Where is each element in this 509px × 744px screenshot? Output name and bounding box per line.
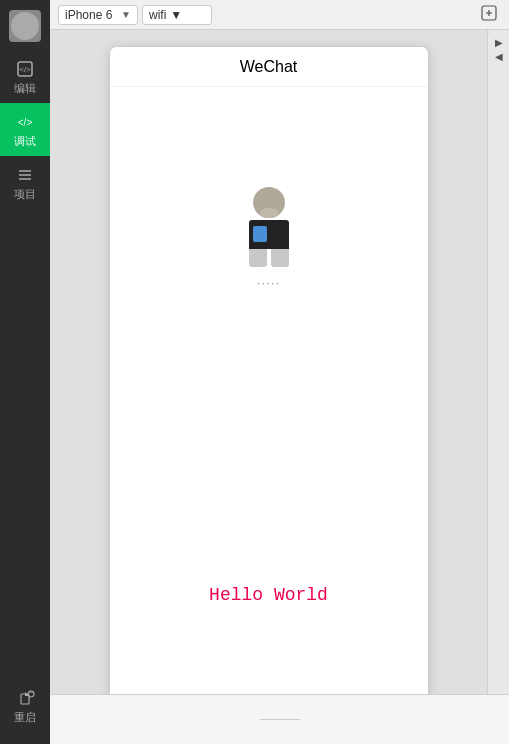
restart-icon — [14, 687, 36, 709]
sidebar-item-edit-label: 编辑 — [14, 82, 36, 95]
avatar-image — [11, 12, 39, 40]
sidebar-item-edit[interactable]: </> 编辑 — [0, 50, 50, 103]
sidebar-bottom: 重启 — [0, 679, 50, 744]
sidebar-item-restart[interactable]: 重启 — [0, 679, 50, 732]
network-label: wifi — [149, 8, 166, 22]
device-selector[interactable]: iPhone 6 ▼ — [58, 5, 138, 25]
avatar-figure — [239, 187, 299, 267]
sidebar-item-restart-label: 重启 — [14, 711, 36, 724]
device-dropdown-arrow: ▼ — [121, 9, 131, 20]
phone-frame-container: WeChat — [50, 30, 487, 694]
sidebar-item-project-label: 项目 — [14, 188, 36, 201]
sidebar-item-debug-label: 调试 — [14, 135, 36, 148]
right-panel: ▶ ◀ — [487, 30, 509, 694]
avatar — [9, 10, 41, 42]
avatar-legs — [249, 249, 289, 267]
phone-app-title: WeChat — [240, 58, 298, 76]
toolbar-right — [477, 3, 501, 26]
project-icon — [14, 164, 36, 186]
hello-world-text: Hello World — [209, 585, 328, 605]
play-button[interactable]: ▶ — [495, 38, 503, 48]
phone-body: ····· Hello World — [110, 87, 428, 694]
avatar-head — [253, 187, 285, 218]
device-label: iPhone 6 — [65, 8, 112, 22]
toolbar: iPhone 6 ▼ wifi ▼ — [50, 0, 509, 30]
sidebar: </> 编辑 </> 调试 项目 — [0, 0, 50, 744]
avatar-name: ····· — [257, 275, 280, 290]
bottom-bar — [50, 694, 509, 744]
toolbar-action-btn[interactable] — [477, 3, 501, 26]
phone-title-bar: WeChat — [110, 47, 428, 87]
debug-icon: </> — [14, 111, 36, 133]
sidebar-item-project[interactable]: 项目 — [0, 156, 50, 209]
svg-text:</>: </> — [19, 65, 31, 74]
edit-icon: </> — [14, 58, 36, 80]
avatar-leg-left — [249, 249, 267, 267]
back-button[interactable]: ◀ — [495, 52, 503, 62]
main-area: iPhone 6 ▼ wifi ▼ WeChat — [50, 0, 509, 744]
phone-screen: WeChat — [110, 47, 428, 694]
avatar-section: ····· — [239, 187, 299, 290]
bottom-divider — [260, 719, 300, 720]
sidebar-item-debug[interactable]: </> 调试 — [0, 103, 50, 156]
svg-text:</>: </> — [18, 117, 33, 128]
phone-frame: WeChat — [109, 46, 429, 694]
content-area: WeChat — [50, 30, 509, 694]
avatar-leg-right — [271, 249, 289, 267]
network-dropdown-arrow: ▼ — [170, 8, 182, 22]
network-selector[interactable]: wifi ▼ — [142, 5, 212, 25]
avatar-body — [249, 220, 289, 249]
